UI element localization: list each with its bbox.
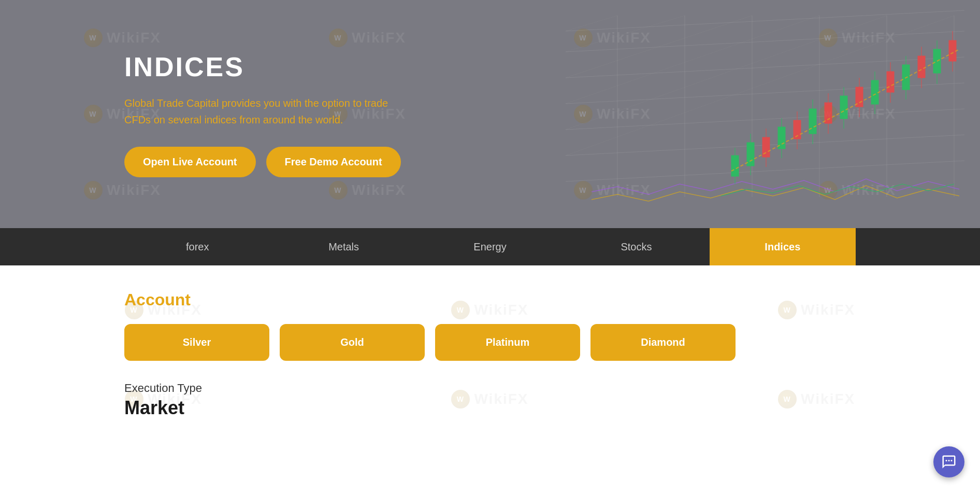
platinum-account-button[interactable]: Platinum xyxy=(435,324,580,361)
tab-stocks[interactable]: Stocks xyxy=(563,228,709,265)
svg-line-6 xyxy=(566,161,964,181)
svg-line-0 xyxy=(566,10,964,31)
svg-rect-28 xyxy=(809,109,816,134)
open-live-account-button[interactable]: Open Live Account xyxy=(124,147,256,177)
account-section-title: Account xyxy=(124,290,856,309)
execution-type-value: Market xyxy=(124,397,856,419)
svg-rect-34 xyxy=(871,80,878,104)
hero-description: Global Trade Capital provides you with t… xyxy=(124,95,394,128)
account-type-buttons: Silver Gold Platinum Diamond xyxy=(124,324,856,361)
svg-line-16 xyxy=(566,16,819,104)
hero-buttons: Open Live Account Free Demo Account xyxy=(124,147,401,177)
category-nav: forex Metals Energy Stocks Indices xyxy=(0,228,980,265)
svg-point-67 xyxy=(951,460,953,461)
execution-section: Execution Type Market xyxy=(124,382,856,419)
svg-rect-55 xyxy=(887,72,894,92)
svg-rect-22 xyxy=(747,143,754,166)
chat-icon xyxy=(941,454,957,470)
tab-indices[interactable]: Indices xyxy=(710,228,856,265)
hero-section: W WikiFX W WikiFX W WikiFX W WikiFX W Wi… xyxy=(0,0,980,228)
hero-chart xyxy=(514,0,980,228)
execution-type-label: Execution Type xyxy=(124,382,856,395)
svg-rect-49 xyxy=(825,103,832,123)
silver-account-button[interactable]: Silver xyxy=(124,324,269,361)
tab-energy[interactable]: Energy xyxy=(417,228,563,265)
svg-line-4 xyxy=(566,109,964,130)
hero-content: INDICES Global Trade Capital provides yo… xyxy=(0,51,401,177)
svg-rect-61 xyxy=(949,40,956,61)
content-section: W WikiFX W WikiFX W WikiFX W WikiFX W Wi… xyxy=(0,265,980,444)
svg-rect-19 xyxy=(731,156,739,176)
svg-point-65 xyxy=(946,460,947,461)
svg-line-14 xyxy=(566,16,685,52)
chat-button[interactable] xyxy=(933,446,964,477)
svg-rect-58 xyxy=(918,56,925,78)
svg-line-15 xyxy=(566,16,752,78)
svg-point-66 xyxy=(948,460,950,461)
free-demo-account-button[interactable]: Free Demo Account xyxy=(266,147,401,177)
svg-line-18 xyxy=(566,16,954,156)
svg-line-1 xyxy=(566,31,964,52)
tab-forex[interactable]: forex xyxy=(124,228,270,265)
svg-rect-31 xyxy=(840,96,847,119)
svg-line-17 xyxy=(566,16,887,130)
hero-title: INDICES xyxy=(124,51,401,82)
diamond-account-button[interactable]: Diamond xyxy=(590,324,736,361)
gold-account-button[interactable]: Gold xyxy=(280,324,425,361)
tab-metals[interactable]: Metals xyxy=(270,228,416,265)
